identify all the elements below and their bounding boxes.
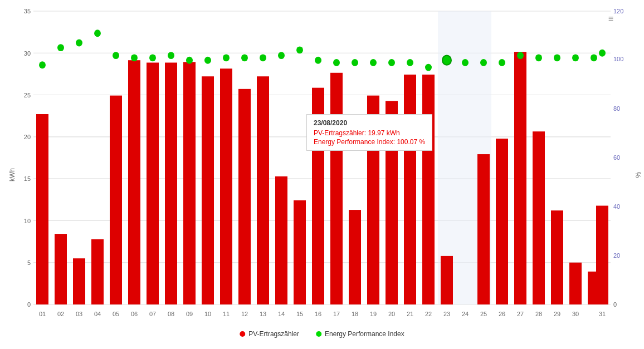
bar-26 [496,139,508,304]
svg-text:10: 10 [24,217,31,224]
dot-08 [168,52,174,59]
bar-06 [128,60,140,304]
svg-text:27: 27 [517,311,524,317]
bar-16 [312,88,324,304]
bar-03 [73,258,85,304]
svg-text:35: 35 [24,8,31,14]
svg-text:16: 16 [315,311,321,317]
dot-17 [333,59,340,66]
chart-area: 0 5 10 15 20 25 30 35 0 20 40 60 80 100 … [33,11,611,304]
svg-text:30: 30 [24,50,31,56]
chart-container: kWh % ≡ 0 5 10 15 20 25 30 35 0 [0,0,644,349]
svg-text:15: 15 [24,175,31,182]
svg-text:17: 17 [333,311,340,317]
bar-14 [275,176,287,304]
bar-25 [477,154,490,304]
bar-09 [183,62,196,304]
bar-21 [404,75,416,304]
dot-26 [499,59,505,66]
dot-22 [425,64,432,71]
dot-12 [241,54,248,61]
legend-epi: Energy Performance Index [316,330,404,338]
dot-19 [370,59,377,66]
y-axis-left-label: kWh [8,168,16,181]
svg-text:40: 40 [613,203,620,210]
bar-20 [386,101,398,304]
dot-29 [554,54,560,61]
dot-24 [462,59,469,66]
dot-14 [278,52,285,59]
dot-28 [535,54,542,61]
dot-21 [407,59,413,66]
svg-text:10: 10 [204,311,211,317]
svg-text:5: 5 [27,259,31,266]
dot-31b [599,50,606,57]
bar-18 [349,210,361,304]
svg-text:08: 08 [168,311,174,317]
bar-27 [514,52,526,304]
svg-text:21: 21 [407,311,413,317]
svg-text:22: 22 [425,311,432,317]
svg-text:14: 14 [278,311,285,317]
dot-01 [39,61,46,68]
svg-text:0: 0 [27,301,31,308]
bar-04 [91,239,104,304]
legend-epi-label: Energy Performance Index [325,330,404,338]
svg-text:05: 05 [113,311,119,317]
bar-07 [147,62,159,304]
bar-12 [238,89,251,304]
dot-30 [572,54,579,61]
svg-text:09: 09 [186,311,193,317]
bar-13 [257,76,269,304]
svg-text:11: 11 [223,311,230,317]
bar-10 [202,76,214,304]
legend-pv: PV-Ertragszähler [240,330,299,338]
bar-05 [110,96,122,304]
dot-23[interactable] [442,56,451,65]
svg-text:31: 31 [599,311,606,317]
svg-text:03: 03 [76,311,82,317]
bar-23 [441,256,453,304]
svg-text:26: 26 [499,311,505,317]
svg-text:23: 23 [443,311,450,317]
bar-15 [294,200,306,304]
dot-13 [260,54,266,61]
svg-text:25: 25 [24,92,31,99]
svg-text:04: 04 [94,311,101,317]
dot-02 [57,44,64,51]
dot-18 [352,59,358,66]
svg-text:29: 29 [554,311,560,317]
dot-09 [186,57,193,64]
bar-01 [36,114,48,304]
dot-07 [149,54,156,61]
legend: PV-Ertragszähler Energy Performance Inde… [240,330,404,338]
svg-text:20: 20 [613,252,620,259]
dot-04 [94,30,101,37]
dot-31 [591,54,597,61]
dot-20 [388,59,395,66]
main-svg: 0 5 10 15 20 25 30 35 0 20 40 60 80 100 … [33,11,611,304]
svg-text:120: 120 [613,8,623,14]
svg-text:24: 24 [462,311,469,317]
y-axis-right-label: % [635,171,642,178]
svg-text:07: 07 [149,311,156,317]
dot-05 [113,52,119,59]
legend-pv-dot [240,331,245,337]
bar-19 [367,96,379,304]
svg-text:28: 28 [535,311,542,317]
svg-text:15: 15 [296,311,303,317]
dot-10 [204,57,211,64]
svg-text:25: 25 [480,311,487,317]
bar-28 [533,131,545,304]
dot-16 [315,57,321,64]
bar-11 [220,68,232,304]
bar-08 [165,62,177,304]
bar-17 [330,73,343,304]
dot-03 [76,40,82,47]
svg-text:19: 19 [370,311,377,317]
svg-text:13: 13 [260,311,266,317]
svg-text:30: 30 [572,311,579,317]
bar-32 [596,206,608,304]
legend-epi-dot [316,331,321,337]
svg-text:0: 0 [613,301,617,308]
